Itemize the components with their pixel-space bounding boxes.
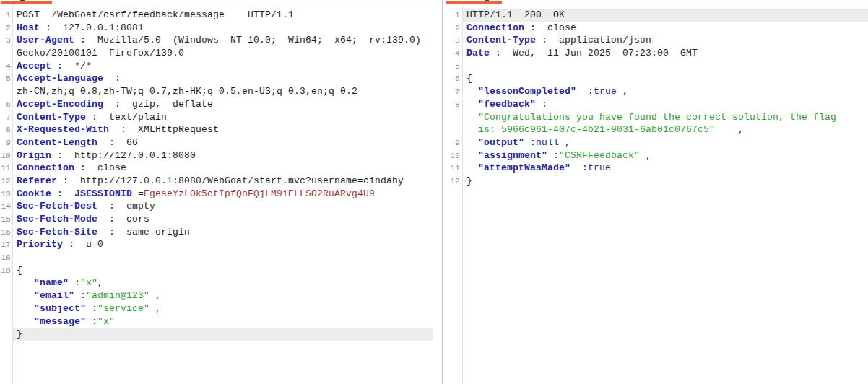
code-line[interactable]: 8 "feedback" :: [443, 98, 868, 111]
code-line[interactable]: }: [0, 328, 433, 341]
code-line[interactable]: is: 5966c961-407c-4b21-9031-6ab01c0767c5…: [443, 123, 868, 136]
token: :: [86, 303, 97, 314]
request-selected-tab-indicator[interactable]: [1, 1, 52, 4]
code-line[interactable]: Gecko/20100101 Firefox/139.0: [0, 47, 433, 60]
line-number: 15: [0, 213, 13, 226]
code-text: }: [463, 175, 868, 188]
token: [466, 162, 478, 173]
token: "feedback": [478, 99, 536, 110]
token: "output": [478, 137, 524, 148]
code-text: Sec-Fetch-Dest : empty: [13, 200, 433, 213]
code-line[interactable]: 2Host : 127.0.0.1:8081: [0, 22, 433, 35]
line-number: 6: [443, 72, 463, 85]
token: : 127.0.0.1:8081: [40, 22, 144, 33]
token: =: [132, 188, 144, 199]
code-line[interactable]: 12}: [443, 175, 868, 188]
code-text: Content-Type : text/plain: [13, 111, 433, 124]
code-line[interactable]: "subject" :"service" ,: [0, 302, 433, 315]
response-selected-tab-indicator[interactable]: [446, 1, 502, 4]
code-line[interactable]: 13Cookie : JSESSIONID =EgeseYzLOk5ctIpfQ…: [0, 188, 433, 201]
code-text: Connection : close: [463, 22, 868, 35]
token: : empty: [97, 201, 155, 211]
token: : same-origin: [97, 227, 190, 237]
http-message-viewer: 1POST /WebGoat/csrf/feedback/message HTT…: [0, 0, 868, 384]
code-line[interactable]: "message" :"x": [0, 315, 433, 328]
token: : u=0: [63, 239, 103, 250]
code-line[interactable]: 1HTTP/1.1 200 OK: [443, 9, 868, 22]
line-number: 18: [0, 251, 13, 264]
request-panel: 1POST /WebGoat/csrf/feedback/message HTT…: [0, 0, 442, 384]
code-text: X-Requested-With : XMLHttpRequest: [13, 123, 433, 136]
token: Referer: [17, 175, 57, 186]
code-line[interactable]: "name" :"x",: [0, 276, 433, 289]
code-line[interactable]: 17Priority : u=0: [0, 238, 433, 251]
code-line[interactable]: "Congratulations you have found the corr…: [443, 111, 868, 124]
token: Date: [466, 48, 490, 58]
token: User-Agent: [17, 35, 74, 45]
token: Connection: [466, 22, 524, 33]
token: [466, 150, 478, 161]
token: : gzip, deflate: [103, 99, 213, 110]
code-line[interactable]: 3Content-Type : application/json: [443, 34, 868, 47]
code-line[interactable]: 9 "output" :null ,: [443, 136, 868, 149]
code-line[interactable]: 1POST /WebGoat/csrf/feedback/message HTT…: [0, 9, 433, 22]
code-line[interactable]: 7 "lessonCompleted" :true ,: [443, 85, 868, 98]
code-line[interactable]: 6{: [443, 72, 868, 85]
code-line[interactable]: 9Content-Length : 66: [0, 136, 433, 149]
token: [466, 124, 478, 135]
code-line[interactable]: 7Content-Type : text/plain: [0, 111, 433, 124]
token: "x": [97, 316, 115, 327]
token: true: [588, 162, 611, 173]
token: : application/json: [536, 35, 651, 45]
line-number: 7: [443, 85, 463, 98]
code-line[interactable]: 18: [0, 251, 433, 264]
token: HTTP/1.1 200 OK: [466, 9, 565, 20]
code-line[interactable]: "email" :"admin@123" ,: [0, 289, 433, 302]
code-line[interactable]: 14Sec-Fetch-Dest : empty: [0, 200, 433, 213]
code-text: Referer : http://127.0.0.1:8080/WebGoat/…: [13, 175, 433, 188]
token: ,: [149, 290, 161, 301]
token: Sec-Fetch-Mode: [17, 214, 97, 224]
token: : cors: [97, 214, 149, 224]
code-line[interactable]: 12Referer : http://127.0.0.1:8080/WebGoa…: [0, 175, 433, 188]
token: "assignment": [478, 150, 547, 161]
token: : 66: [97, 137, 138, 148]
line-number: [0, 328, 13, 341]
code-text: "subject" :"service" ,: [13, 302, 433, 315]
code-line[interactable]: 3User-Agent : Mozilla/5.0 (Windows NT 10…: [0, 34, 433, 47]
line-number: [443, 123, 463, 136]
line-number: 16: [0, 226, 13, 239]
line-number: 1: [443, 9, 463, 22]
token: ,: [149, 303, 161, 314]
response-panel: 1HTTP/1.1 200 OK2Connection : close3Cont…: [443, 0, 868, 384]
token: EgeseYzLOk5ctIpfQoFQjLM9iELLSO2RuARvg4U9: [144, 188, 375, 199]
token: Host: [17, 22, 40, 33]
token: "CSRFFeedback": [559, 150, 640, 161]
code-text: Host : 127.0.0.1:8081: [13, 22, 433, 35]
code-line[interactable]: 16Sec-Fetch-Site : same-origin: [0, 226, 433, 239]
code-line[interactable]: 6Accept-Encoding : gzip, deflate: [0, 98, 433, 111]
token: [17, 303, 34, 314]
code-line[interactable]: 10Origin : http://127.0.0.1:8080: [0, 149, 433, 162]
line-number: 9: [443, 136, 463, 149]
token: Sec-Fetch-Site: [17, 227, 97, 237]
code-line[interactable]: 11 "attemptWasMade" :true: [443, 162, 868, 175]
code-line[interactable]: 8X-Requested-With : XMLHttpRequest: [0, 123, 433, 136]
code-line[interactable]: 11Connection : close: [0, 162, 433, 175]
code-line[interactable]: 5: [443, 60, 868, 73]
line-number: 12: [0, 175, 13, 188]
code-line[interactable]: 5Accept-Language :: [0, 72, 433, 85]
line-number: 10: [443, 149, 463, 162]
code-line[interactable]: zh-CN,zh;q=0.8,zh-TW;q=0.7,zh-HK;q=0.5,e…: [0, 85, 433, 98]
code-text: "lessonCompleted" :true ,: [463, 85, 868, 98]
code-line[interactable]: 10 "assignment" :"CSRFFeedback" ,: [443, 149, 868, 162]
code-line[interactable]: 4Accept : */*: [0, 60, 433, 73]
code-text: Cookie : JSESSIONID =EgeseYzLOk5ctIpfQoF…: [13, 188, 433, 201]
code-text: POST /WebGoat/csrf/feedback/message HTTP…: [13, 9, 433, 22]
code-line[interactable]: 4Date : Wed, 11 Jun 2025 07:23:00 GMT: [443, 47, 868, 60]
token: Gecko/20100101 Firefox/139.0: [17, 48, 184, 58]
code-line[interactable]: 2Connection : close: [443, 22, 868, 35]
code-line[interactable]: 15Sec-Fetch-Mode : cors: [0, 213, 433, 226]
token: : http://127.0.0.1:8080: [51, 150, 196, 161]
code-line[interactable]: 19{: [0, 264, 433, 277]
